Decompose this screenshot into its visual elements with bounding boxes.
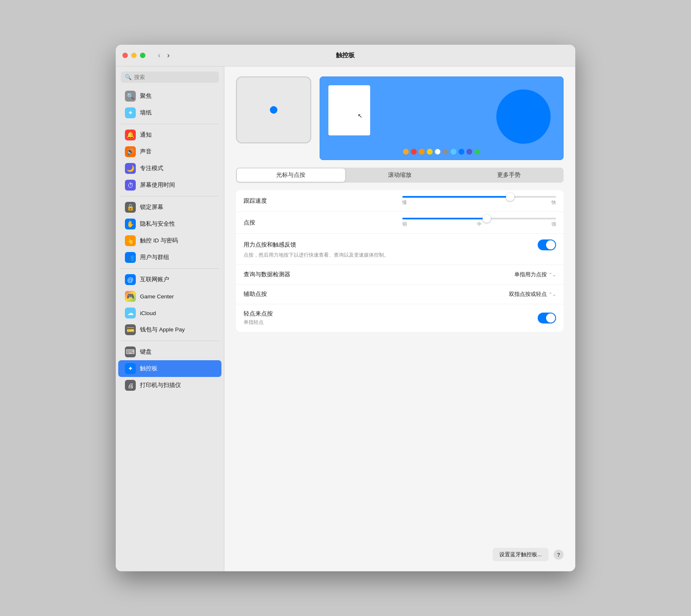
sidebar-label-icloud: iCloud — [140, 310, 156, 316]
force-touch-knob — [546, 240, 555, 249]
sidebar-item-notifications[interactable]: 🔔通知 — [118, 127, 221, 143]
color-dot-9[interactable] — [475, 149, 480, 155]
sidebar-label-users: 用户与群组 — [140, 254, 169, 261]
color-dot-3[interactable] — [427, 149, 433, 155]
tabs-row: 光标与点按 滚动缩放 更多手势 — [236, 168, 564, 183]
secondary-click-select[interactable]: 双指点按或轻点 ⌃⌄ — [509, 290, 556, 298]
minimize-button[interactable] — [131, 53, 137, 58]
sidebar-items-container: 🔍聚焦✦墙纸🔔通知🔊声音🌙专注模式⏱屏幕使用时间🔒锁定屏幕✋隐私与安全性👆触控 … — [116, 88, 224, 394]
screen-preview: ↖ — [320, 76, 564, 160]
click-slider-container: 弱 中 强 — [402, 218, 556, 227]
trackpad-dot — [270, 106, 277, 114]
force-touch-label: 用力点按和触感反馈 — [244, 241, 538, 249]
force-touch-toggle[interactable] — [538, 239, 556, 250]
tab-scroll[interactable]: 滚动缩放 — [346, 168, 454, 182]
trackpad-preview — [236, 76, 311, 143]
sidebar-icon-screentime: ⏱ — [125, 180, 136, 191]
maximize-button[interactable] — [140, 53, 145, 58]
sidebar-item-printer[interactable]: 🖨打印机与扫描仪 — [118, 377, 221, 394]
color-dot-8[interactable] — [467, 149, 473, 155]
tab-gestures[interactable]: 更多手势 — [455, 168, 563, 182]
sidebar-item-icloud[interactable]: ☁iCloud — [118, 305, 221, 321]
sidebar-item-sound[interactable]: 🔊声音 — [118, 143, 221, 160]
secondary-click-label: 辅助点按 — [244, 290, 504, 298]
sidebar-label-wallet: 钱包与 Apple Pay — [140, 326, 185, 333]
sidebar-item-wallet[interactable]: 💳钱包与 Apple Pay — [118, 321, 221, 338]
forward-arrow[interactable]: › — [165, 50, 172, 61]
lookup-select[interactable]: 单指用力点按 ⌃⌄ — [514, 271, 556, 278]
sidebar-item-screentime[interactable]: ⏱屏幕使用时间 — [118, 177, 221, 193]
secondary-click-row: 辅助点按 双指点按或轻点 ⌃⌄ — [236, 285, 564, 304]
click-thumb[interactable] — [483, 214, 491, 223]
tap-to-click-label-wrap: 轻点来点按 单指轻点 — [244, 310, 538, 326]
sidebar-item-users[interactable]: 👥用户与群组 — [118, 249, 221, 266]
click-track[interactable] — [402, 218, 556, 219]
sidebar-divider — [121, 196, 219, 196]
nav-arrows: ‹ › — [155, 50, 172, 61]
tracking-speed-track[interactable] — [402, 196, 556, 198]
tracking-slow-label: 慢 — [402, 199, 407, 206]
lookup-arrow: ⌃⌄ — [549, 272, 556, 277]
main-window: ‹ › 触控板 🔍 🔍聚焦✦墙纸🔔通知🔊声音🌙专注模式⏱屏幕使用时间🔒锁定屏幕✋… — [116, 45, 575, 571]
click-strong-label: 强 — [551, 221, 556, 227]
sidebar-divider — [121, 341, 219, 341]
sidebar-icon-lockscreen: 🔒 — [125, 202, 136, 213]
sidebar-item-keyboard[interactable]: ⌨键盘 — [118, 344, 221, 360]
click-label: 点按 — [244, 219, 397, 227]
sidebar-item-trackpad[interactable]: ✦触控板 — [118, 360, 221, 377]
color-dot-5[interactable] — [443, 149, 449, 155]
search-input[interactable] — [134, 74, 215, 80]
color-dot-0[interactable] — [403, 149, 409, 155]
sidebar-label-sound: 声音 — [140, 148, 152, 155]
help-button[interactable]: ? — [554, 550, 564, 560]
sidebar-label-touchid: 触控 ID 与密码 — [140, 237, 178, 244]
tap-to-click-toggle[interactable] — [538, 313, 556, 323]
color-dots — [403, 149, 480, 155]
force-touch-label-wrap: 用力点按和触感反馈 — [244, 241, 538, 249]
sidebar-label-keyboard: 键盘 — [140, 348, 152, 356]
sidebar-icon-keyboard: ⌨ — [125, 346, 136, 357]
click-medium-label: 中 — [477, 221, 482, 227]
tap-to-click-top: 轻点来点按 单指轻点 — [244, 310, 556, 326]
click-row: 点按 弱 中 强 — [236, 212, 564, 234]
sidebar-item-touchid[interactable]: 👆触控 ID 与密码 — [118, 232, 221, 249]
sidebar-label-focus: 专注模式 — [140, 165, 163, 172]
click-weak-label: 弱 — [402, 221, 407, 227]
sidebar-label-printer: 打印机与扫描仪 — [140, 382, 181, 389]
click-fill — [402, 218, 487, 219]
color-dot-4[interactable] — [435, 149, 441, 155]
main-content: 🔍 🔍聚焦✦墙纸🔔通知🔊声音🌙专注模式⏱屏幕使用时间🔒锁定屏幕✋隐私与安全性👆触… — [116, 66, 575, 571]
search-box[interactable]: 🔍 — [121, 71, 219, 83]
sidebar-item-wallpaper[interactable]: ✦墙纸 — [118, 104, 221, 121]
sidebar: 🔍 🔍聚焦✦墙纸🔔通知🔊声音🌙专注模式⏱屏幕使用时间🔒锁定屏幕✋隐私与安全性👆触… — [116, 66, 224, 571]
color-dot-2[interactable] — [419, 149, 425, 155]
bluetooth-trackpad-button[interactable]: 设置蓝牙触控板... — [493, 548, 549, 561]
color-dot-1[interactable] — [411, 149, 417, 155]
screen-white-box — [328, 85, 370, 135]
tracking-speed-thumb[interactable] — [506, 193, 514, 201]
back-arrow[interactable]: ‹ — [155, 50, 163, 61]
sidebar-divider — [121, 268, 219, 269]
sidebar-item-spotlight[interactable]: 🔍聚焦 — [118, 88, 221, 104]
color-dot-7[interactable] — [459, 149, 465, 155]
sidebar-label-wallpaper: 墙纸 — [140, 109, 152, 117]
tab-pointer[interactable]: 光标与点按 — [237, 168, 345, 182]
sidebar-icon-sound: 🔊 — [125, 146, 136, 157]
tap-to-click-sublabel: 单指轻点 — [244, 319, 538, 326]
tracking-speed-label: 跟踪速度 — [244, 197, 397, 205]
bottom-bar: 设置蓝牙触控板... ? — [236, 545, 564, 561]
color-dot-6[interactable] — [451, 149, 457, 155]
tap-to-click-row: 轻点来点按 单指轻点 — [236, 304, 564, 332]
sidebar-item-internet[interactable]: @互联网账户 — [118, 271, 221, 288]
sidebar-label-gamecenter: Game Center — [140, 293, 174, 300]
sidebar-item-privacy[interactable]: ✋隐私与安全性 — [118, 216, 221, 232]
sidebar-item-focus[interactable]: 🌙专注模式 — [118, 160, 221, 177]
tracking-speed-fill — [402, 196, 510, 198]
lookup-label: 查询与数据检测器 — [244, 271, 509, 278]
sidebar-item-gamecenter[interactable]: 🎮Game Center — [118, 288, 221, 305]
sidebar-label-screentime: 屏幕使用时间 — [140, 181, 175, 189]
sidebar-item-lockscreen[interactable]: 🔒锁定屏幕 — [118, 199, 221, 216]
sidebar-label-lockscreen: 锁定屏幕 — [140, 204, 163, 211]
sidebar-icon-touchid: 👆 — [125, 235, 136, 246]
close-button[interactable] — [122, 53, 128, 58]
